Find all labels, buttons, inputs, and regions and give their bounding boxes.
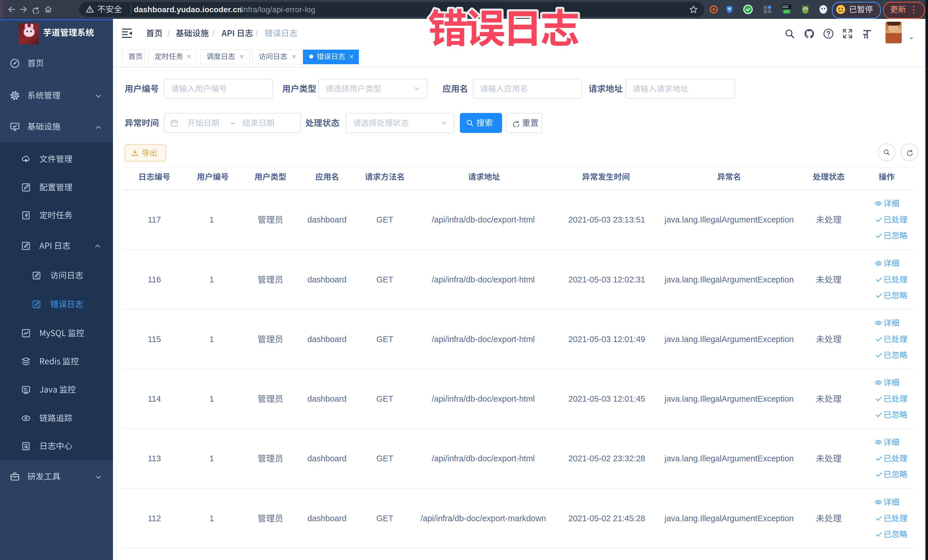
svg-text:OFF: OFF: [784, 10, 790, 14]
